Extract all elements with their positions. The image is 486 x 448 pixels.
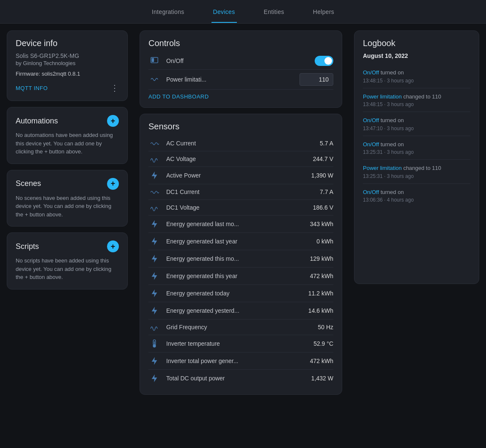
scenes-header: Scenes +	[16, 178, 119, 190]
sensor-icon	[148, 237, 160, 246]
controls-title: Controls	[148, 38, 333, 48]
svg-marker-12	[152, 357, 157, 365]
scripts-title: Scripts	[16, 242, 39, 251]
svg-marker-4	[152, 238, 157, 245]
log-time: 13:25:31 · 3 hours ago	[363, 149, 470, 155]
log-text: On/Off turned on	[363, 188, 470, 197]
sensor-value: 343 kWh	[310, 221, 333, 227]
sensors-title: Sensors	[148, 122, 333, 131]
add-scene-button[interactable]: +	[107, 178, 119, 190]
sensor-icon	[148, 289, 160, 298]
log-link[interactable]: On/Off	[363, 69, 379, 76]
sensor-row: AC Voltage 244.7 V	[148, 151, 333, 167]
sensor-name: AC Voltage	[166, 156, 307, 162]
sensor-name: Energy generated today	[166, 290, 302, 297]
sensor-icon	[148, 139, 160, 147]
sensor-value: 129 kWh	[310, 255, 333, 262]
sensor-icon	[148, 188, 160, 196]
log-link[interactable]: On/Off	[363, 117, 379, 123]
middle-column: Controls On/Off Pow	[134, 30, 348, 441]
mqtt-info-link[interactable]: MQTT INFO	[16, 85, 48, 91]
onoff-label: On/Off	[166, 57, 309, 64]
sensor-name: Grid Frequency	[166, 324, 312, 331]
sensor-value: 472 kWh	[310, 273, 333, 279]
log-entry: Power limitation changed to 110 13:25:31…	[363, 160, 470, 184]
sensor-value: 7.7 A	[320, 188, 333, 195]
log-time: 13:48:15 · 3 hours ago	[363, 101, 470, 107]
power-limitation-row: Power limitati...	[148, 70, 333, 90]
sensor-icon	[148, 356, 160, 366]
main-content: Device info Solis S6-GR1P2.5K-MG by Ginl…	[0, 24, 486, 448]
sensor-name: Energy generated yesterd...	[166, 307, 302, 314]
power-limitation-icon	[148, 75, 160, 84]
sensor-name: Energy generated last year	[166, 238, 310, 245]
sensor-row: Inverter total power gener... 472 kWh	[148, 352, 333, 370]
nav-helpers[interactable]: Helpers	[311, 1, 336, 23]
scripts-header: Scripts +	[16, 240, 119, 252]
svg-marker-8	[152, 307, 157, 314]
log-link[interactable]: Power limitation	[363, 93, 402, 100]
sensor-icon	[148, 171, 160, 180]
logbook-card: Logbook August 10, 2022 On/Off turned on…	[354, 30, 479, 284]
add-to-dashboard-button[interactable]: ADD TO DASHBOARD	[148, 92, 209, 100]
logbook-date: August 10, 2022	[363, 52, 470, 59]
log-time: 13:48:15 · 3 hours ago	[363, 78, 470, 84]
sensor-row: Grid Frequency 50 Hz	[148, 320, 333, 335]
sensor-value: 14.6 kWh	[308, 307, 333, 314]
power-limitation-input[interactable]	[299, 73, 333, 86]
scenes-card: Scenes + No scenes have been added using…	[7, 170, 128, 227]
svg-marker-5	[152, 255, 157, 262]
log-link[interactable]: On/Off	[363, 141, 379, 148]
log-entry: On/Off turned on 13:25:31 · 3 hours ago	[363, 136, 470, 160]
sensor-row: AC Current 5.7 A	[148, 136, 333, 151]
log-text: On/Off turned on	[363, 116, 470, 125]
add-script-button[interactable]: +	[107, 240, 119, 252]
sensor-value: 0 kWh	[316, 238, 333, 245]
sensor-icon	[148, 271, 160, 281]
onoff-toggle[interactable]	[315, 56, 333, 66]
sensor-row: Energy generated last year 0 kWh	[148, 233, 333, 250]
more-options-icon[interactable]: ⋮	[110, 83, 119, 93]
sensor-row: Energy generated last mo... 343 kWh	[148, 216, 333, 233]
log-entry: On/Off turned on 13:48:15 · 3 hours ago	[363, 64, 470, 88]
scenes-title: Scenes	[16, 179, 41, 188]
automations-description: No automations have been added using thi…	[16, 131, 119, 156]
log-text: Power limitation changed to 110	[363, 164, 470, 172]
automations-card: Automations + No automations have been a…	[7, 107, 128, 164]
scripts-card: Scripts + No scripts have been added usi…	[7, 232, 128, 290]
scripts-description: No scripts have been added using this de…	[16, 257, 119, 281]
sensor-value: 186.6 V	[313, 204, 333, 211]
automations-header: Automations +	[16, 115, 119, 127]
log-time: 13:06:36 · 4 hours ago	[363, 197, 470, 203]
sensor-name: Energy generated last mo...	[166, 221, 304, 227]
log-entry: Power limitation changed to 110 13:48:15…	[363, 88, 470, 112]
sensor-value: 52.9 °C	[313, 340, 333, 347]
log-entry: On/Off turned on 13:47:10 · 3 hours ago	[363, 112, 470, 136]
device-by: by Ginlong Technologies	[16, 60, 119, 66]
add-automation-button[interactable]: +	[107, 115, 119, 127]
log-link[interactable]: On/Off	[363, 189, 379, 195]
nav-entities[interactable]: Entities	[262, 1, 286, 23]
log-time: 13:47:10 · 3 hours ago	[363, 126, 470, 131]
log-entry: On/Off turned on 13:06:36 · 4 hours ago	[363, 184, 470, 208]
svg-marker-2	[152, 172, 157, 179]
sensor-icon	[148, 204, 160, 211]
log-text: Power limitation changed to 110	[363, 93, 470, 101]
logbook-entries: On/Off turned on 13:48:15 · 3 hours ago …	[363, 64, 470, 207]
sensor-icon	[148, 155, 160, 163]
log-link[interactable]: Power limitation	[363, 165, 402, 171]
svg-marker-13	[152, 374, 157, 382]
sensor-value: 50 Hz	[318, 324, 333, 331]
right-column: Logbook August 10, 2022 On/Off turned on…	[348, 30, 479, 441]
sensor-name: Energy generated this year	[166, 273, 304, 279]
onoff-control-row: On/Off	[148, 52, 333, 70]
sensor-row: Energy generated yesterd... 14.6 kWh	[148, 302, 333, 320]
nav-integrations[interactable]: Integrations	[150, 1, 186, 23]
log-text: On/Off turned on	[363, 140, 470, 149]
nav-devices[interactable]: Devices	[211, 1, 237, 23]
top-navigation: Integrations Devices Entities Helpers	[0, 0, 486, 24]
sensors-card: Sensors AC Current 5.7 A AC Voltage 244.…	[140, 114, 342, 395]
sensor-name: Inverter total power gener...	[166, 358, 304, 364]
sensors-list: AC Current 5.7 A AC Voltage 244.7 V Acti…	[148, 136, 333, 387]
sensor-row: Energy generated today 11.2 kWh	[148, 285, 333, 302]
